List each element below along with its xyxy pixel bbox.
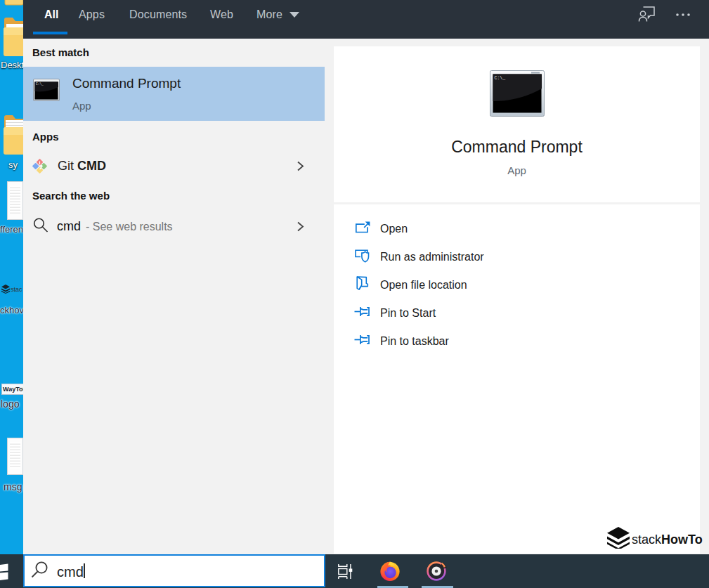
svg-text:C:\_: C:\_ <box>495 76 506 81</box>
svg-text:C:\_: C:\_ <box>36 82 44 86</box>
